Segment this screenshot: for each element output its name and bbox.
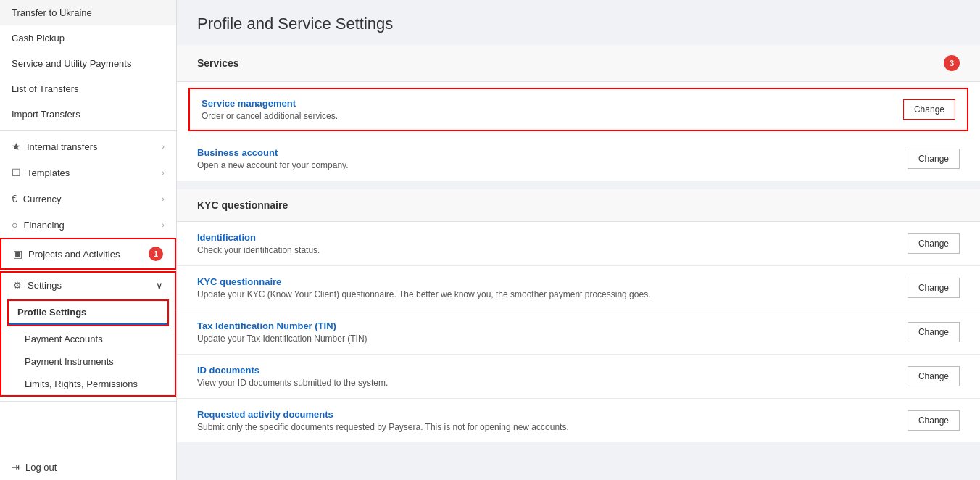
- sidebar-item-label: Currency: [23, 194, 62, 204]
- profile-settings-label[interactable]: Profile Settings: [9, 301, 167, 325]
- kyc-questionnaire-row: KYC questionnaire Update your KYC (Know …: [177, 266, 980, 310]
- services-badge: 3: [944, 55, 960, 71]
- sidebar-bottom: ⇥ Log out: [0, 398, 176, 480]
- service-management-row: Service management Order or cancel addit…: [188, 88, 968, 131]
- service-management-info: Service management Order or cancel addit…: [202, 98, 338, 121]
- sidebar-item-label: Import Transfers: [12, 109, 80, 120]
- sidebar-item-label: Service and Utility Payments: [12, 58, 131, 69]
- sidebar-item-import-transfers[interactable]: Import Transfers: [0, 102, 176, 127]
- identification-info: Identification Check your identification…: [197, 232, 320, 255]
- sidebar-item-label: Projects and Activities: [28, 249, 120, 260]
- financing-icon: ○: [12, 219, 17, 231]
- sidebar: Transfer to Ukraine Cash Pickup Service …: [0, 0, 177, 480]
- divider-1: [0, 130, 176, 131]
- identification-row: Identification Check your identification…: [177, 222, 980, 266]
- kyc-section-title: KYC questionnaire: [197, 199, 288, 211]
- sidebar-item-internal-transfers[interactable]: ★ Internal transfers ›: [0, 133, 176, 160]
- chevron-icon: ›: [162, 220, 165, 229]
- business-account-row: Business account Open a new account for …: [177, 137, 980, 181]
- services-section-header: Services 3: [177, 45, 980, 82]
- sidebar-item-label: Templates: [27, 167, 70, 178]
- chevron-icon: ›: [162, 142, 165, 151]
- tax-identification-row: Tax Identification Number (TIN) Update y…: [177, 310, 980, 355]
- tax-identification-desc: Update your Tax Identification Number (T…: [197, 334, 368, 344]
- sidebar-item-label: Financing: [23, 220, 64, 231]
- business-account-change-button[interactable]: Change: [908, 149, 960, 169]
- main-content: Profile and Service Settings Services 3 …: [177, 0, 980, 480]
- logout-label: Log out: [25, 462, 57, 473]
- business-account-desc: Open a new account for your company.: [197, 160, 349, 170]
- requested-activity-change-button[interactable]: Change: [908, 410, 960, 431]
- identification-title: Identification: [197, 232, 320, 243]
- tax-identification-title: Tax Identification Number (TIN): [197, 320, 368, 331]
- sidebar-item-list-transfers[interactable]: List of Transfers: [0, 76, 176, 102]
- id-documents-row: ID documents View your ID documents subm…: [177, 355, 980, 399]
- projects-badge: 1: [149, 247, 163, 261]
- settings-section: ⚙ Settings ∨ Profile Settings Payment Ac…: [0, 271, 176, 397]
- id-documents-desc: View your ID documents submitted to the …: [197, 378, 388, 388]
- services-section-title: Services: [197, 57, 239, 69]
- id-documents-change-button[interactable]: Change: [908, 366, 960, 386]
- kyc-section: KYC questionnaire Identification Check y…: [177, 189, 980, 442]
- sidebar-item-label: Settings: [28, 280, 62, 291]
- service-management-desc: Order or cancel additional services.: [202, 111, 338, 121]
- divider-2: [0, 401, 176, 402]
- kyc-questionnaire-info: KYC questionnaire Update your KYC (Know …: [197, 276, 650, 299]
- payment-instruments-item[interactable]: Payment Instruments: [1, 350, 175, 373]
- identification-desc: Check your identification status.: [197, 245, 320, 255]
- requested-activity-info: Requested activity documents Submit only…: [197, 409, 569, 432]
- sidebar-item-templates[interactable]: ☐ Templates ›: [0, 160, 176, 186]
- identification-change-button[interactable]: Change: [908, 233, 960, 254]
- profile-settings-item[interactable]: Profile Settings: [7, 299, 169, 326]
- currency-icon: €: [12, 193, 17, 204]
- sidebar-item-label: Transfer to Ukraine: [12, 7, 92, 18]
- limits-rights-item[interactable]: Limits, Rights, Permissions: [1, 373, 175, 395]
- page-title: Profile and Service Settings: [177, 0, 980, 45]
- service-management-change-button[interactable]: Change: [903, 99, 955, 120]
- id-documents-info: ID documents View your ID documents subm…: [197, 365, 388, 388]
- tax-identification-change-button[interactable]: Change: [908, 322, 960, 342]
- services-section: Services 3 Service management Order or c…: [177, 45, 980, 181]
- template-icon: ☐: [12, 167, 21, 178]
- business-account-info: Business account Open a new account for …: [197, 147, 349, 170]
- kyc-questionnaire-change-button[interactable]: Change: [908, 278, 960, 298]
- tax-identification-info: Tax Identification Number (TIN) Update y…: [197, 320, 368, 344]
- kyc-section-header: KYC questionnaire: [177, 189, 980, 222]
- settings-gear-icon: ⚙: [13, 280, 22, 291]
- sidebar-item-label: Cash Pickup: [12, 33, 65, 44]
- kyc-questionnaire-desc: Update your KYC (Know Your Client) quest…: [197, 289, 650, 299]
- chevron-icon: ›: [162, 194, 165, 203]
- id-documents-title: ID documents: [197, 365, 388, 376]
- sidebar-item-currency[interactable]: € Currency ›: [0, 186, 176, 212]
- chevron-icon: ›: [162, 168, 165, 177]
- sidebar-item-settings[interactable]: ⚙ Settings ∨: [1, 273, 175, 298]
- sidebar-item-financing[interactable]: ○ Financing ›: [0, 212, 176, 238]
- sidebar-item-cash-pickup[interactable]: Cash Pickup: [0, 25, 176, 51]
- requested-activity-desc: Submit only the specific documents reque…: [197, 422, 569, 432]
- sidebar-item-transfer-ukraine[interactable]: Transfer to Ukraine: [0, 0, 176, 25]
- kyc-questionnaire-title: KYC questionnaire: [197, 276, 650, 287]
- business-account-title: Business account: [197, 147, 349, 158]
- service-management-title: Service management: [202, 98, 338, 109]
- sidebar-item-label: Internal transfers: [27, 141, 98, 152]
- logout-item[interactable]: ⇥ Log out: [0, 455, 176, 480]
- payment-accounts-item[interactable]: Payment Accounts: [1, 328, 175, 350]
- star-icon: ★: [12, 141, 21, 152]
- sidebar-item-label: List of Transfers: [12, 83, 78, 94]
- sidebar-item-service-utility[interactable]: Service and Utility Payments: [0, 51, 176, 76]
- logout-icon: ⇥: [12, 462, 20, 473]
- requested-activity-row: Requested activity documents Submit only…: [177, 399, 980, 442]
- sidebar-item-projects-activities[interactable]: ▣ Projects and Activities 1: [0, 238, 176, 270]
- chevron-down-icon: ∨: [156, 280, 163, 291]
- projects-icon: ▣: [13, 248, 22, 260]
- requested-activity-title: Requested activity documents: [197, 409, 569, 420]
